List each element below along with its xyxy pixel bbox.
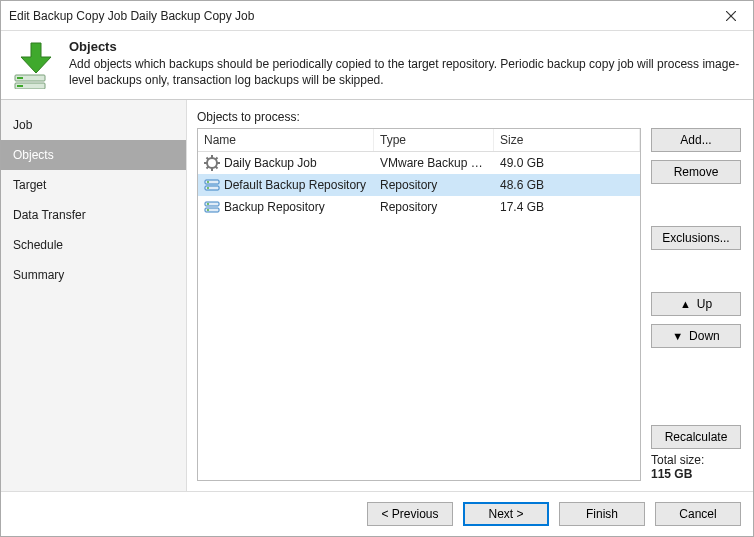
svg-point-17 xyxy=(207,181,209,183)
header-heading: Objects xyxy=(69,39,743,54)
row-name: Default Backup Repository xyxy=(224,178,366,192)
add-button[interactable]: Add... xyxy=(651,128,741,152)
objects-list-body: Daily Backup Job VMware Backup Job 49.0 … xyxy=(198,152,640,480)
move-down-label: Down xyxy=(689,329,720,343)
row-size: 49.0 GB xyxy=(494,152,640,174)
previous-button[interactable]: < Previous xyxy=(367,502,453,526)
row-type: Repository xyxy=(374,196,494,218)
window-close-button[interactable] xyxy=(709,1,753,31)
row-size: 48.6 GB xyxy=(494,174,640,196)
svg-rect-5 xyxy=(17,85,23,87)
table-row[interactable]: Daily Backup Job VMware Backup Job 49.0 … xyxy=(198,152,640,174)
total-size-block: Total size: 115 GB xyxy=(651,453,741,481)
sidebar-item-target[interactable]: Target xyxy=(1,170,186,200)
sidebar-item-data-transfer[interactable]: Data Transfer xyxy=(1,200,186,230)
svg-line-11 xyxy=(207,158,209,160)
repository-icon xyxy=(204,177,220,193)
row-name: Backup Repository xyxy=(224,200,325,214)
svg-rect-3 xyxy=(17,77,23,79)
gear-icon xyxy=(204,155,220,171)
svg-line-14 xyxy=(216,158,218,160)
column-header-type[interactable]: Type xyxy=(374,129,494,151)
svg-point-21 xyxy=(207,203,209,205)
window-title: Edit Backup Copy Job Daily Backup Copy J… xyxy=(9,9,709,23)
sidebar-item-schedule[interactable]: Schedule xyxy=(1,230,186,260)
total-size-label: Total size: xyxy=(651,453,741,467)
title-bar: Edit Backup Copy Job Daily Backup Copy J… xyxy=(1,1,753,31)
objects-label: Objects to process: xyxy=(197,110,741,124)
exclusions-button[interactable]: Exclusions... xyxy=(651,226,741,250)
repository-icon xyxy=(204,199,220,215)
objects-list[interactable]: Name Type Size Daily Backup Job VM xyxy=(197,128,641,481)
objects-list-header: Name Type Size xyxy=(198,129,640,152)
wizard-steps-sidebar: Job Objects Target Data Transfer Schedul… xyxy=(1,100,187,491)
row-type: VMware Backup Job xyxy=(374,152,494,174)
row-type: Repository xyxy=(374,174,494,196)
main-panel: Objects to process: Name Type Size xyxy=(187,100,753,491)
wizard-footer: < Previous Next > Finish Cancel xyxy=(1,491,753,536)
arrow-up-icon: ▲ xyxy=(680,299,691,310)
objects-step-icon xyxy=(11,39,61,89)
svg-line-12 xyxy=(216,167,218,169)
row-size: 17.4 GB xyxy=(494,196,640,218)
table-row[interactable]: Backup Repository Repository 17.4 GB xyxy=(198,196,640,218)
svg-point-22 xyxy=(207,209,209,211)
move-up-button[interactable]: ▲ Up xyxy=(651,292,741,316)
arrow-down-icon: ▼ xyxy=(672,331,683,342)
total-size-value: 115 GB xyxy=(651,467,741,481)
sidebar-item-objects[interactable]: Objects xyxy=(1,140,186,170)
move-down-button[interactable]: ▼ Down xyxy=(651,324,741,348)
next-button[interactable]: Next > xyxy=(463,502,549,526)
table-row[interactable]: Default Backup Repository Repository 48.… xyxy=(198,174,640,196)
side-button-column: Add... Remove Exclusions... ▲ Up ▼ Down … xyxy=(651,128,741,481)
close-icon xyxy=(726,11,736,21)
row-name: Daily Backup Job xyxy=(224,156,317,170)
move-up-label: Up xyxy=(697,297,712,311)
cancel-button[interactable]: Cancel xyxy=(655,502,741,526)
sidebar-item-job[interactable]: Job xyxy=(1,110,186,140)
header-description: Add objects which backups should be peri… xyxy=(69,56,743,88)
wizard-body: Job Objects Target Data Transfer Schedul… xyxy=(1,100,753,491)
sidebar-item-summary[interactable]: Summary xyxy=(1,260,186,290)
wizard-header: Objects Add objects which backups should… xyxy=(1,31,753,100)
recalculate-button[interactable]: Recalculate xyxy=(651,425,741,449)
svg-point-18 xyxy=(207,187,209,189)
column-header-name[interactable]: Name xyxy=(198,129,374,151)
svg-line-13 xyxy=(207,167,209,169)
column-header-size[interactable]: Size xyxy=(494,129,640,151)
remove-button[interactable]: Remove xyxy=(651,160,741,184)
finish-button[interactable]: Finish xyxy=(559,502,645,526)
